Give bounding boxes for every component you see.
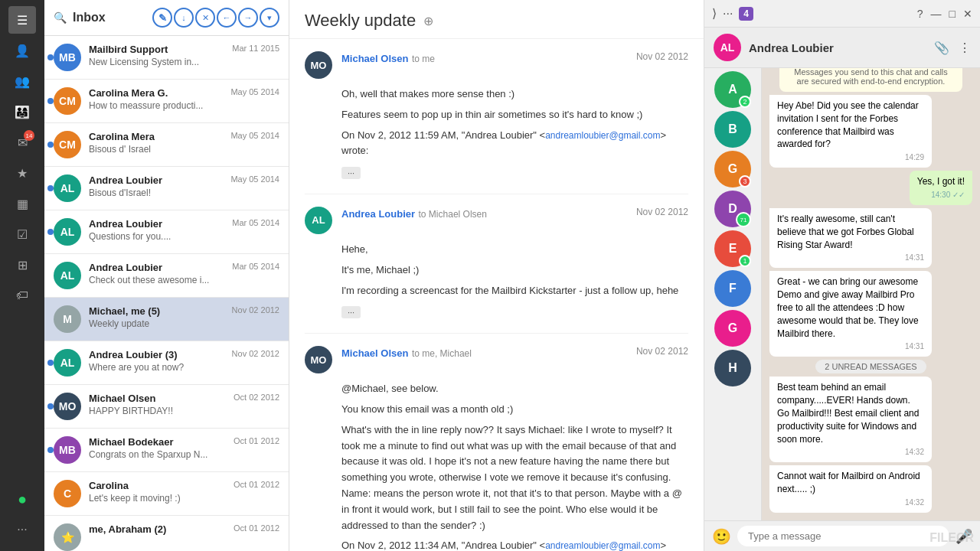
wa-contact-1[interactable]: A 2 [714, 71, 751, 108]
next-button[interactable]: → [238, 8, 258, 28]
thread-avatar: AL [305, 207, 332, 234]
email-avatar: CM [54, 131, 81, 158]
email-list-item-1[interactable]: CM Carolina Mera G. May 05 2014 How to m… [44, 80, 289, 123]
wa-contact-7[interactable]: G [714, 310, 751, 347]
email-list-item-10[interactable]: C Carolina Oct 01 2012 Let's keep it mov… [44, 472, 289, 516]
mail-badge: 14 [24, 130, 34, 141]
email-preview: Where are you at now? [89, 362, 279, 373]
wa-contact-3[interactable]: G 3 [714, 151, 751, 187]
sidebar-icon-apps[interactable]: ⊞ [8, 251, 36, 279]
email-list-item-7[interactable]: AL Andrea Loubier (3) Nov 02 2012 Where … [44, 341, 289, 385]
email-sender: Andrea Loubier May 05 2014 [89, 174, 279, 186]
wa-message-text: Great - we can bring our awesome Demo an… [777, 276, 919, 338]
delete-button[interactable]: ✕ [195, 8, 215, 28]
prev-button[interactable]: ← [217, 8, 237, 28]
wa-maximize-icon[interactable]: □ [949, 8, 956, 20]
add-icon[interactable]: ⊕ [423, 14, 433, 28]
email-list-item-8[interactable]: MO Michael Olsen Oct 02 2012 HAPPY BIRTH… [44, 385, 289, 429]
thread-message-0: MO Michael Olsen to me Nov 02 2012 Oh, w… [305, 39, 688, 194]
wa-dots-icon[interactable]: ··· [723, 7, 733, 21]
thread-avatar: MO [305, 346, 332, 373]
wa-contact-4[interactable]: D 71 [714, 191, 751, 227]
email-content: Michael, me (5) Nov 02 2012 Weekly updat… [89, 305, 279, 329]
compose-button[interactable]: ✎ [152, 8, 172, 28]
unread-dot [47, 403, 54, 409]
email-date: Mar 05 2014 [232, 262, 279, 273]
search-icon[interactable]: 🔍 [54, 11, 67, 24]
email-avatar: MO [54, 393, 81, 420]
inbox-title: Inbox [73, 11, 146, 24]
sidebar-icon-menu[interactable]: ☰ [8, 6, 36, 34]
email-list-item-6[interactable]: M Michael, me (5) Nov 02 2012 Weekly upd… [44, 298, 289, 341]
email-list-item-5[interactable]: AL Andrea Loubier Mar 05 2014 Check out … [44, 254, 289, 298]
expand-button[interactable]: ··· [341, 306, 361, 318]
wa-question-icon[interactable]: ? [917, 8, 923, 20]
wa-menu-icon[interactable]: ⋮ [959, 41, 971, 55]
email-list-item-3[interactable]: AL Andrea Loubier May 05 2014 Bisous d'I… [44, 167, 289, 210]
thread-body: @Michael, see below.You know this email … [305, 381, 688, 551]
email-avatar: AL [54, 349, 81, 377]
unread-dot [47, 142, 54, 148]
email-link[interactable]: andreamloubier@gmail.com [545, 540, 660, 551]
email-avatar: AL [54, 262, 81, 289]
email-date: Oct 01 2012 [234, 523, 279, 535]
email-list-item-11[interactable]: ⭐ me, Abraham (2) Oct 01 2012 [44, 516, 289, 551]
filter-button[interactable]: ▾ [260, 8, 279, 28]
wa-badge-4: 71 [736, 212, 751, 227]
email-content: Michael Olsen Oct 02 2012 HAPPY BIRTHDAY… [89, 393, 279, 416]
sidebar-icon-mail[interactable]: ✉ 14 [8, 129, 36, 156]
wa-message-time: 14:32 [777, 497, 924, 508]
email-sender: Mailbird Support Mar 11 2015 [89, 44, 279, 55]
sidebar-icon-more[interactable]: ··· [8, 516, 36, 543]
sidebar-icon-star[interactable]: ★ [8, 159, 36, 187]
email-date: Nov 02 2012 [232, 349, 279, 360]
thread-to: to me [412, 54, 435, 64]
wa-chat-header: AL Andrea Loubier 📎 ⋮ [704, 28, 980, 68]
email-sender: Carolina Mera May 05 2014 [89, 131, 279, 142]
thread-body: Oh, well that makes more sense then :)Fe… [305, 86, 688, 181]
email-sender: Michael Olsen Oct 02 2012 [89, 393, 279, 404]
menu-icon: ☰ [17, 13, 28, 28]
email-view: Weekly update ⊕ MO Michael Olsen to me N… [289, 0, 704, 551]
email-avatar: ⭐ [54, 523, 81, 551]
wa-message-input[interactable] [737, 526, 949, 546]
thread-sender-info: Michael Olsen to me [341, 51, 435, 65]
wa-contact-8[interactable]: H [714, 350, 751, 386]
thread-date: Nov 02 2012 [636, 346, 688, 357]
sidebar-icon-whatsapp[interactable]: ● [8, 485, 36, 513]
email-list-item-0[interactable]: MB Mailbird Support Mar 11 2015 New Lice… [44, 36, 289, 80]
wa-contact-2[interactable]: B [714, 111, 751, 148]
email-content: Andrea Loubier May 05 2014 Bisous d'Isra… [89, 174, 279, 198]
email-avatar: C [54, 480, 81, 507]
email-list-item-4[interactable]: AL Andrea Loubier Mar 05 2014 Questions … [44, 210, 289, 254]
download-button[interactable]: ↓ [174, 8, 194, 28]
wa-attach-icon[interactable]: 📎 [934, 41, 949, 55]
expand-button[interactable]: ··· [341, 167, 361, 179]
wa-expand-icon[interactable]: ⟩ [712, 6, 717, 21]
thread-to: to me, Michael [412, 348, 472, 359]
sidebar-icon-person[interactable]: 👤 [8, 37, 36, 64]
email-preview: How to meassure producti... [89, 100, 279, 111]
sidebar-icon-tasks[interactable]: ☑ [8, 220, 36, 248]
wa-message-text: Cannot wait for Mailbird on Android next… [777, 471, 920, 494]
sidebar: ☰ 👤 👥 👨‍👩‍👧 ✉ 14 ★ ▦ ☑ ⊞ 🏷 ● ··· [0, 0, 44, 551]
sidebar-icon-contacts[interactable]: 👥 [8, 67, 36, 95]
email-preview: Questions for you.... [89, 231, 279, 242]
wa-minimize-icon[interactable]: — [931, 8, 942, 20]
email-list-item-9[interactable]: MB Michael Bodekaer Oct 01 2012 Congrats… [44, 429, 289, 472]
email-date: May 05 2014 [230, 131, 279, 142]
wa-contact-6[interactable]: F [714, 270, 751, 307]
email-sender: Andrea Loubier (3) Nov 02 2012 [89, 349, 279, 360]
wa-contact-5[interactable]: E 1 [714, 230, 751, 267]
wa-emoji-icon[interactable]: 🙂 [712, 527, 731, 546]
email-list-item-2[interactable]: CM Carolina Mera May 05 2014 Bisous d' I… [44, 123, 289, 167]
wa-message-time: 14:30 ✓✓ [917, 190, 965, 201]
wa-close-icon[interactable]: ✕ [963, 8, 972, 20]
sidebar-icon-people[interactable]: 👨‍👩‍👧 [8, 98, 36, 126]
wa-message-time: 14:32 [777, 447, 924, 458]
sidebar-icon-calendar[interactable]: ▦ [8, 190, 36, 217]
wa-contact-list: A 2 B G 3 D 71 E 1 F G [704, 68, 762, 520]
person-icon: 👤 [15, 44, 30, 58]
sidebar-icon-tags[interactable]: 🏷 [8, 282, 36, 309]
email-link[interactable]: andreamloubier@gmail.com [545, 130, 660, 141]
